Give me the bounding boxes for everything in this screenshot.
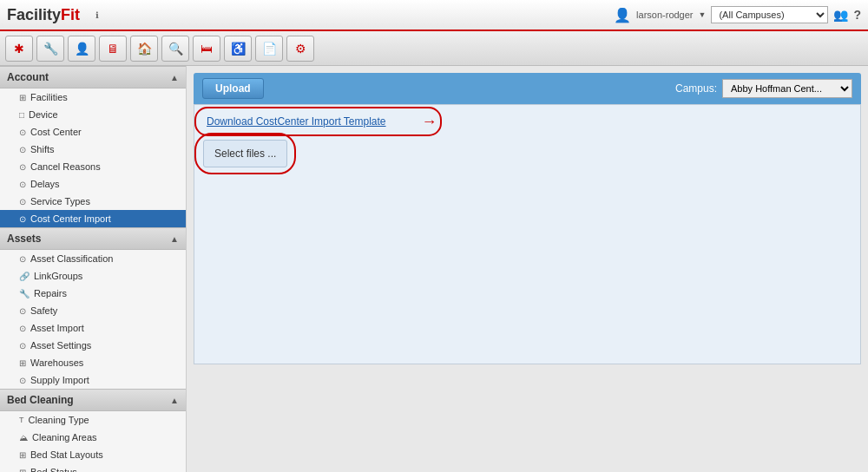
sidebar-item-facilities[interactable]: ⊞ Facilities — [0, 88, 186, 106]
sidebar-item-label: Device — [29, 109, 58, 120]
content-panel: Download CostCenter Import Template → Se… — [194, 104, 861, 364]
cost-center-icon: ⊙ — [19, 128, 26, 137]
sidebar-item-repairs[interactable]: 🔧 Repairs — [0, 285, 186, 302]
people-icon: 👥 — [833, 8, 848, 22]
sidebar-item-cleaning-type[interactable]: T Cleaning Type — [0, 411, 186, 429]
select-files-label: Select files ... — [214, 148, 276, 160]
toolbar-wheelchair-btn[interactable]: ♿ — [224, 36, 252, 62]
toolbar: ✱ 🔧 👤 🖥 🏠 🔍 🛏 ♿ 📄 ⚙ — [0, 31, 868, 66]
logo-info-icon: ℹ — [95, 10, 99, 20]
toolbar-settings-btn[interactable]: ⚙ — [286, 36, 314, 62]
sidebar-item-label: Asset Classification — [30, 253, 113, 264]
facilities-icon: ⊞ — [19, 93, 26, 102]
toolbar-users-btn[interactable]: 👤 — [68, 36, 95, 62]
sidebar-item-cost-center[interactable]: ⊙ Cost Center — [0, 123, 186, 141]
sidebar-item-label: Cost Center Import — [30, 213, 111, 224]
sidebar-item-label: Cost Center — [30, 127, 82, 137]
sidebar-item-label: Facilities — [30, 92, 68, 102]
sidebar-item-asset-import[interactable]: ⊙ Asset Import — [0, 319, 186, 337]
upload-bar: Upload Campus: Abby Hoffman Cent... (All… — [194, 73, 861, 104]
cleaning-areas-icon: ⛰ — [19, 433, 28, 442]
toolbar-document-btn[interactable]: 📄 — [255, 36, 283, 62]
sidebar-item-warehouses[interactable]: ⊞ Warehouses — [0, 354, 186, 371]
sidebar-item-label: Bed Stat Layouts — [30, 449, 103, 460]
toolbar-bed-btn[interactable]: 🛏 — [193, 36, 220, 62]
asset-settings-icon: ⊙ — [19, 341, 26, 351]
toolbar-star-btn[interactable]: ✱ — [5, 36, 33, 62]
sidebar-item-label: Warehouses — [30, 357, 83, 368]
sidebar-item-linkgroups[interactable]: 🔗 LinkGroups — [0, 267, 186, 285]
sidebar-item-delays[interactable]: ⊙ Delays — [0, 175, 186, 193]
sidebar-item-label: Asset Settings — [30, 340, 91, 351]
toolbar-home-btn[interactable]: 🏠 — [130, 36, 158, 62]
sidebar-item-cleaning-areas[interactable]: ⛰ Cleaning Areas — [0, 429, 186, 446]
user-icon: 👤 — [614, 7, 631, 23]
service-types-icon: ⊙ — [19, 197, 26, 206]
bed-status-icon: ⊞ — [19, 468, 26, 473]
sidebar-item-shifts[interactable]: ⊙ Shifts — [0, 141, 186, 158]
sidebar-item-cancel-reasons[interactable]: ⊙ Cancel Reasons — [0, 158, 186, 175]
sidebar-item-service-types[interactable]: ⊙ Service Types — [0, 193, 186, 210]
sidebar-item-label: LinkGroups — [34, 271, 82, 281]
assets-section-arrow: ▲ — [170, 234, 179, 244]
device-icon: □ — [19, 110, 24, 120]
campus-select[interactable]: (All Campuses) Abby Hoffman Cent... — [711, 6, 828, 23]
shifts-icon: ⊙ — [19, 145, 26, 154]
sidebar-item-label: Cancel Reasons — [30, 161, 101, 172]
linkgroups-icon: 🔗 — [19, 272, 30, 281]
sidebar-item-safety[interactable]: ⊙ Safety — [0, 302, 186, 319]
sidebar-item-label: Cleaning Type — [29, 415, 89, 425]
campus-content-select[interactable]: Abby Hoffman Cent... (All Campuses) — [722, 79, 852, 98]
sidebar-item-cost-center-import[interactable]: ⊙ Cost Center Import — [0, 210, 186, 227]
cancel-reasons-icon: ⊙ — [19, 162, 26, 172]
content-area: Upload Campus: Abby Hoffman Cent... (All… — [187, 66, 868, 472]
cost-center-import-icon: ⊙ — [19, 214, 26, 224]
sidebar-item-supply-import[interactable]: ⊙ Supply Import — [0, 371, 186, 389]
sidebar-item-device[interactable]: □ Device — [0, 106, 186, 123]
assets-section-label: Assets — [7, 233, 41, 245]
help-icon[interactable]: ? — [853, 8, 861, 22]
logo-highlight: Fit — [61, 6, 80, 23]
sidebar-item-label: Service Types — [30, 196, 90, 206]
sidebar-item-label: Cleaning Areas — [32, 432, 97, 442]
top-bar: FacilityFit ℹ 👤 larson-rodger ▼ (All Cam… — [0, 0, 868, 31]
sidebar-item-bed-status[interactable]: ⊞ Bed Status — [0, 463, 186, 472]
sidebar-item-label: Asset Import — [30, 323, 84, 333]
select-files-button[interactable]: Select files ... — [203, 140, 287, 167]
select-files-container: Select files ... — [203, 140, 287, 167]
sidebar-section-assets[interactable]: Assets ▲ — [0, 227, 186, 250]
username-label: larson-rodger — [636, 10, 693, 20]
bed-cleaning-section-arrow: ▲ — [170, 396, 179, 405]
repairs-icon: 🔧 — [19, 289, 30, 298]
sidebar-section-bed-cleaning[interactable]: Bed Cleaning ▲ — [0, 389, 186, 411]
sidebar-item-label: Bed Status — [30, 467, 77, 472]
sidebar-section-account[interactable]: Account ▲ — [0, 66, 186, 88]
bed-cleaning-section-label: Bed Cleaning — [7, 394, 74, 406]
bed-stat-layouts-icon: ⊞ — [19, 450, 26, 460]
user-dropdown-arrow[interactable]: ▼ — [699, 10, 707, 19]
campus-label-text: Campus: — [675, 82, 717, 95]
toolbar-monitor-btn[interactable]: 🖥 — [99, 36, 127, 62]
sidebar-item-label: Supply Import — [30, 375, 89, 385]
sidebar-item-label: Repairs — [34, 288, 67, 298]
asset-classification-icon: ⊙ — [19, 254, 26, 264]
upload-button[interactable]: Upload — [202, 78, 264, 99]
sidebar: Account ▲ ⊞ Facilities □ Device ⊙ Cost C… — [0, 66, 187, 472]
toolbar-search-btn[interactable]: 🔍 — [161, 36, 189, 62]
toolbar-tools-btn[interactable]: 🔧 — [36, 36, 64, 62]
sidebar-item-label: Safety — [30, 305, 57, 316]
download-template-link[interactable]: Download CostCenter Import Template — [203, 114, 390, 129]
app-logo: FacilityFit — [7, 6, 80, 24]
cleaning-type-icon: T — [19, 416, 24, 424]
main-layout: Account ▲ ⊞ Facilities □ Device ⊙ Cost C… — [0, 66, 868, 472]
asset-import-icon: ⊙ — [19, 324, 26, 333]
sidebar-item-asset-settings[interactable]: ⊙ Asset Settings — [0, 337, 186, 354]
delays-icon: ⊙ — [19, 180, 26, 189]
sidebar-item-label: Shifts — [30, 144, 55, 154]
download-link-container: Download CostCenter Import Template → — [203, 114, 390, 129]
sidebar-item-asset-classification[interactable]: ⊙ Asset Classification — [0, 250, 186, 267]
user-section: 👤 larson-rodger ▼ (All Campuses) Abby Ho… — [614, 6, 861, 23]
safety-icon: ⊙ — [19, 306, 26, 316]
sidebar-item-bed-stat-layouts[interactable]: ⊞ Bed Stat Layouts — [0, 446, 186, 463]
account-section-arrow: ▲ — [170, 73, 179, 82]
